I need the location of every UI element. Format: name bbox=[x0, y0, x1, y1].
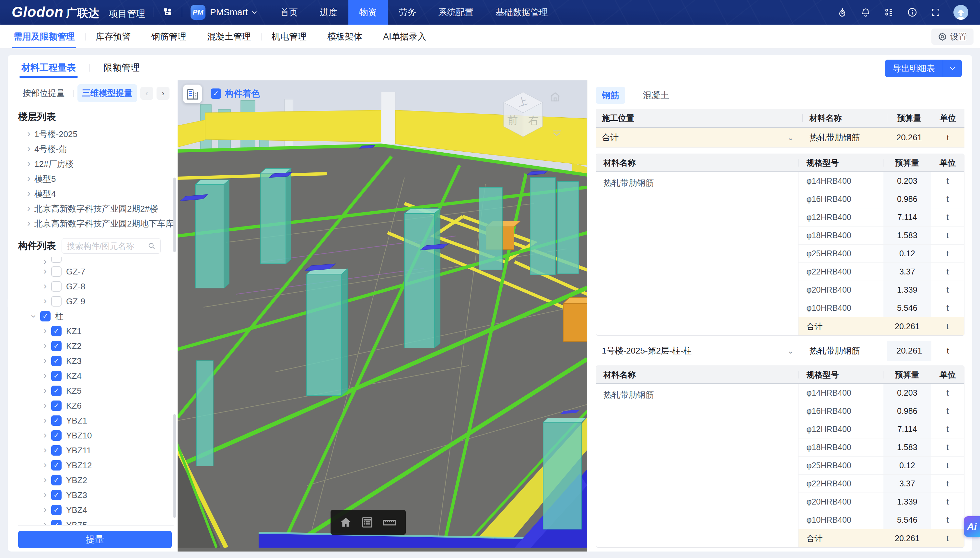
component-checkbox[interactable] bbox=[51, 356, 62, 366]
table-row[interactable]: φ25HRB400 0.12 t bbox=[798, 245, 964, 263]
subnav-item[interactable]: 混凝土管理 bbox=[197, 25, 261, 48]
scroll-right-button[interactable]: › bbox=[156, 87, 169, 100]
expand-chevron-icon[interactable]: › bbox=[27, 129, 30, 138]
component-tree-item[interactable]: › YBZ5 bbox=[18, 517, 174, 525]
info-icon[interactable] bbox=[907, 7, 918, 18]
expand-chevron-icon[interactable]: › bbox=[43, 341, 47, 350]
expand-chevron-icon[interactable]: › bbox=[43, 475, 47, 484]
user-avatar[interactable] bbox=[954, 5, 969, 20]
bim-3d-scene[interactable] bbox=[177, 80, 587, 548]
table-row[interactable]: φ12HRB400 7.114 t bbox=[798, 420, 964, 438]
component-tree-item[interactable]: › YBZ1 bbox=[18, 413, 174, 428]
flame-icon[interactable] bbox=[837, 7, 848, 18]
chevron-down-icon[interactable]: ⌄ bbox=[788, 133, 794, 142]
component-tree-item[interactable]: › KZ4 bbox=[18, 368, 174, 383]
expand-chevron-icon[interactable]: › bbox=[43, 460, 47, 469]
collapse-chevrons-icon[interactable] bbox=[550, 129, 563, 140]
apps-icon[interactable] bbox=[883, 7, 895, 18]
fullscreen-icon[interactable] bbox=[930, 7, 941, 18]
mode-tab-by-part[interactable]: 按部位提量 bbox=[18, 84, 69, 102]
expand-chevron-icon[interactable]: › bbox=[43, 519, 47, 525]
component-tree-item[interactable]: › bbox=[18, 257, 174, 264]
table-row[interactable]: φ20HRB400 1.339 t bbox=[798, 281, 964, 299]
component-tree-item[interactable]: › YBZ12 bbox=[18, 458, 174, 473]
ai-assistant-button[interactable]: Ai bbox=[964, 516, 980, 537]
pmsmart-app-icon[interactable]: PM bbox=[190, 5, 205, 20]
component-checkbox[interactable] bbox=[51, 520, 62, 525]
table-row[interactable]: φ20HRB400 1.339 t bbox=[798, 493, 964, 511]
component-checkbox[interactable] bbox=[40, 311, 51, 322]
expand-chevron-icon[interactable]: › bbox=[43, 356, 47, 365]
bell-icon[interactable] bbox=[860, 7, 871, 18]
search-icon[interactable] bbox=[148, 242, 156, 250]
component-checkbox[interactable] bbox=[51, 460, 62, 471]
model-info-button[interactable] bbox=[183, 85, 202, 103]
component-checkbox[interactable] bbox=[51, 296, 62, 307]
top-menu-item[interactable]: 基础数据管理 bbox=[484, 0, 559, 25]
summary-row-total[interactable]: 合计⌄ 热轧带肋钢筋 20.261 t bbox=[596, 128, 964, 148]
top-menu-item[interactable]: 进度 bbox=[309, 0, 348, 25]
org-tree-icon[interactable] bbox=[163, 7, 173, 18]
summary-row-location[interactable]: 1号楼-2025-第2层-柱-柱⌄ 热轧带肋钢筋 20.261 t bbox=[596, 341, 964, 361]
expand-chevron-icon[interactable]: › bbox=[43, 490, 47, 499]
settings-button[interactable]: 设置 bbox=[931, 28, 973, 45]
top-menu-item[interactable]: 物资 bbox=[348, 0, 388, 25]
component-tree-item[interactable]: › 柱 bbox=[18, 309, 174, 324]
expand-chevron-icon[interactable]: › bbox=[43, 385, 47, 395]
table-row[interactable]: φ12HRB400 7.114 t bbox=[798, 208, 964, 226]
component-tree-item[interactable]: › YBZ11 bbox=[18, 443, 174, 458]
expand-chevron-icon[interactable]: › bbox=[43, 400, 47, 410]
expand-chevron-icon[interactable]: › bbox=[27, 144, 30, 153]
export-detail-button[interactable]: 导出明细表 bbox=[885, 60, 962, 77]
view-cube[interactable]: 上 前 右 bbox=[497, 89, 549, 141]
component-tree-item[interactable]: › KZ2 bbox=[18, 339, 174, 353]
workspace-switcher[interactable]: PMSmart bbox=[210, 7, 258, 18]
cube-face-front[interactable]: 前 bbox=[507, 114, 518, 126]
component-tree-item[interactable]: › YBZ3 bbox=[18, 488, 174, 502]
expand-chevron-icon[interactable]: › bbox=[43, 296, 47, 305]
top-menu-item[interactable]: 劳务 bbox=[388, 0, 427, 25]
top-menu-item[interactable]: 首页 bbox=[269, 0, 309, 25]
expand-chevron-icon[interactable]: › bbox=[27, 188, 30, 198]
floor-tree-item[interactable]: › 1号楼-2025 bbox=[18, 127, 174, 141]
expand-chevron-icon[interactable]: › bbox=[43, 281, 47, 290]
component-tree-item[interactable]: › KZ1 bbox=[18, 324, 174, 339]
floor-list-scrollbar[interactable] bbox=[173, 177, 176, 252]
reset-view-button[interactable] bbox=[340, 516, 352, 528]
component-list-scrollbar[interactable] bbox=[173, 414, 176, 518]
component-checkbox[interactable] bbox=[51, 326, 62, 336]
subnav-item[interactable]: 库存预警 bbox=[85, 25, 141, 48]
subnav-item[interactable]: 需用及限额管理 bbox=[3, 25, 85, 48]
export-dropdown-caret[interactable] bbox=[943, 60, 962, 77]
table-row[interactable]: 合计 20.261 t bbox=[798, 529, 964, 547]
component-tree-item[interactable]: › KZ3 bbox=[18, 353, 174, 368]
subnav-item[interactable]: 模板架体 bbox=[317, 25, 373, 48]
floor-tree-item[interactable]: › 12#厂房楼 bbox=[18, 156, 174, 171]
table-row[interactable]: φ16HRB400 0.986 t bbox=[798, 190, 964, 208]
shading-checkbox[interactable] bbox=[211, 89, 221, 99]
floor-tree-item[interactable]: › 模型4 bbox=[18, 186, 174, 201]
expand-chevron-icon[interactable]: › bbox=[27, 218, 30, 228]
table-row[interactable]: φ16HRB400 0.986 t bbox=[798, 402, 964, 420]
chevron-down-icon[interactable]: ⌄ bbox=[788, 346, 794, 356]
cube-face-right[interactable]: 右 bbox=[528, 114, 538, 126]
expand-chevron-icon[interactable]: › bbox=[27, 173, 30, 183]
expand-chevron-icon[interactable]: › bbox=[43, 257, 47, 264]
component-search-input[interactable] bbox=[67, 241, 145, 251]
measure-tool-button[interactable] bbox=[382, 516, 397, 528]
component-tree-item[interactable]: › YBZ2 bbox=[18, 473, 174, 488]
expand-chevron-icon[interactable]: › bbox=[43, 326, 47, 335]
table-row[interactable]: φ25HRB400 0.12 t bbox=[798, 456, 964, 475]
table-row[interactable]: φ14HRB400 0.203 t bbox=[798, 384, 964, 402]
expand-chevron-icon[interactable]: › bbox=[43, 370, 47, 380]
component-checkbox[interactable] bbox=[51, 430, 62, 441]
top-menu-item[interactable]: 系统配置 bbox=[427, 0, 484, 25]
mode-tab-3d-model[interactable]: 三维模型提量 bbox=[77, 84, 137, 102]
component-checkbox[interactable] bbox=[51, 400, 62, 411]
expand-chevron-icon[interactable]: › bbox=[27, 203, 30, 213]
tab-material-quantity[interactable]: 材料工程量表 bbox=[20, 55, 78, 80]
expand-chevron-icon[interactable]: › bbox=[27, 158, 30, 168]
floor-tree-item[interactable]: › 模型5 bbox=[18, 171, 174, 186]
table-row[interactable]: φ10HRB400 5.546 t bbox=[798, 511, 964, 529]
subnav-item[interactable]: AI单据录入 bbox=[373, 25, 437, 48]
